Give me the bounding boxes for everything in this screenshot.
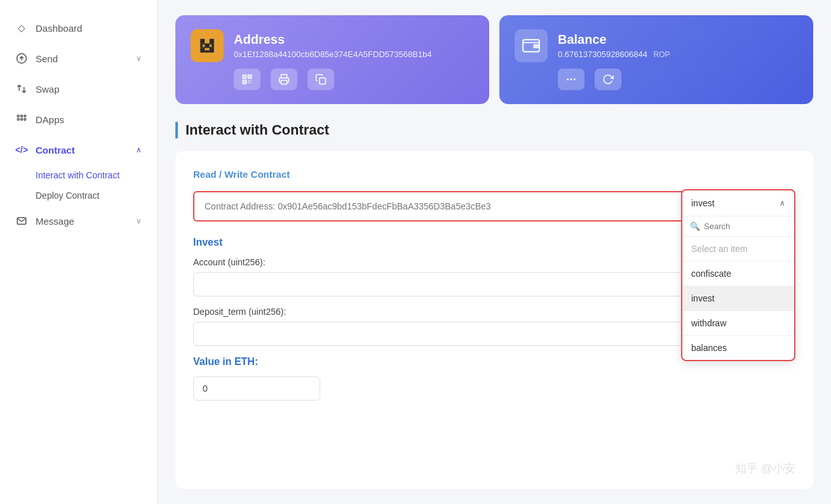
address-actions [191,69,474,90]
balance-info: Balance 0.676137305928606844 ROP [558,32,798,59]
svg-point-30 [567,79,569,80]
sidebar-item-dashboard[interactable]: ◇ Dashboard [0,13,157,43]
dropdown-item-confiscate[interactable]: confiscate [682,262,794,286]
balance-title: Balance [558,32,798,47]
sidebar-item-dapps[interactable]: DApps [0,104,157,135]
dropdown-search-bar: 🔍 [682,216,794,237]
avatar [191,29,224,62]
watermark: 知乎 @小安 [735,461,795,476]
dropdown-item-withdraw[interactable]: withdraw [682,311,794,336]
balance-actions [515,69,798,90]
sidebar-item-send[interactable]: Send ∨ [0,43,157,74]
svg-rect-10 [210,39,214,43]
wallet-icon [515,29,548,62]
sidebar-item-contract[interactable]: </> Contract ∧ [0,135,157,165]
svg-rect-17 [205,50,209,53]
page-title: Interact with Contract [186,122,813,138]
deposit-term-input[interactable] [193,322,727,346]
dropdown-search-input[interactable] [704,222,787,231]
dropdown-selected-value: invest [691,198,715,208]
svg-point-6 [24,119,26,121]
address-value: 0x1Ef1288a44100cb6D85e374E4A5FDD573568B1… [234,50,474,59]
svg-point-5 [21,119,23,121]
dropdown-item-balances[interactable]: balances [682,336,794,360]
dropdown-trigger[interactable]: invest ∧ [682,190,794,216]
svg-rect-25 [320,78,326,84]
sidebar-item-label: Message [36,216,74,227]
svg-rect-13 [203,44,205,47]
svg-point-28 [571,79,572,80]
svg-rect-11 [205,39,209,43]
function-dropdown-panel: invest ∧ 🔍 Select an item confiscate inv… [681,189,795,361]
sidebar-item-label: Swap [36,84,60,95]
address-title: Address [234,32,474,47]
section-label: Read / Write Contract [193,169,795,180]
chevron-down-icon: ∨ [136,216,142,225]
page-title-bar: Interact with Contract [175,122,813,138]
dashboard-icon: ◇ [15,22,28,34]
svg-rect-12 [200,43,214,48]
sidebar-item-label: Contract [36,145,75,156]
contract-sub-menu: Interact with Contract Deploy Contract [0,165,157,206]
swap-icon [15,83,28,95]
sidebar: ◇ Dashboard Send ∨ Swap DApps </> Contra… [0,0,158,504]
svg-point-2 [21,115,23,117]
contract-icon: </> [15,143,28,156]
value-eth-input[interactable] [193,376,320,401]
dropdown-item-invest[interactable]: invest [682,286,794,311]
svg-rect-15 [200,48,205,53]
contract-address-input[interactable] [193,191,727,222]
sidebar-item-message[interactable]: Message ∨ [0,206,157,236]
dapps-icon [15,113,28,126]
address-card: Address 0x1Ef1288a44100cb6D85e374E4A5FDD… [175,15,489,104]
sidebar-item-label: Dashboard [36,23,82,34]
address-info: Address 0x1Ef1288a44100cb6D85e374E4A5FDD… [234,32,474,59]
address-card-top: Address 0x1Ef1288a44100cb6D85e374E4A5FDD… [191,29,474,62]
sidebar-item-label: DApps [36,114,64,125]
balance-card: Balance 0.676137305928606844 ROP [499,15,813,104]
svg-point-4 [17,119,19,121]
svg-rect-23 [244,81,245,83]
svg-rect-9 [200,39,205,43]
svg-rect-16 [210,48,214,53]
svg-rect-22 [249,76,250,77]
message-icon [15,215,28,227]
refresh-button[interactable] [595,69,621,90]
svg-rect-24 [281,81,287,84]
main-content: Address 0x1Ef1288a44100cb6D85e374E4A5FDD… [158,0,831,504]
svg-point-3 [24,115,26,117]
balance-card-top: Balance 0.676137305928606844 ROP [515,29,798,62]
sidebar-item-swap[interactable]: Swap [0,74,157,104]
dropdown-list: Select an item confiscate invest withdra… [682,237,794,360]
qr-code-button[interactable] [234,69,260,90]
header-cards: Address 0x1Ef1288a44100cb6D85e374E4A5FDD… [175,15,813,104]
search-icon: 🔍 [690,222,700,231]
print-button[interactable] [271,69,297,90]
svg-point-29 [574,79,576,80]
sidebar-item-label: Send [36,53,58,64]
sidebar-item-interact[interactable]: Interact with Contract [36,165,157,185]
send-icon [15,52,28,65]
svg-rect-14 [210,44,212,47]
balance-value: 0.676137305928606844 ROP [558,50,798,59]
more-options-button[interactable] [558,69,584,90]
svg-rect-27 [533,44,539,48]
content-card: Read / Write Contract Invest Account (ui… [175,151,813,489]
svg-rect-21 [244,76,245,77]
chevron-up-icon: ∧ [136,145,142,154]
sidebar-item-deploy[interactable]: Deploy Contract [36,185,157,206]
svg-point-1 [17,115,19,117]
dropdown-item-placeholder[interactable]: Select an item [682,237,794,262]
account-input[interactable] [193,272,727,296]
chevron-down-icon: ∨ [136,54,142,63]
copy-button[interactable] [307,69,334,90]
chevron-up-icon: ∧ [780,199,785,208]
